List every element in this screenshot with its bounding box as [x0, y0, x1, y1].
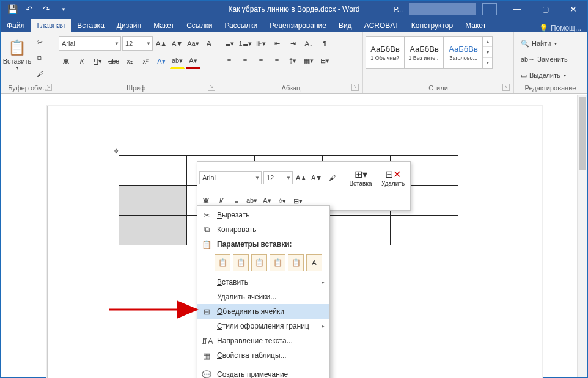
italic-button[interactable]: К — [75, 54, 89, 68]
find-button[interactable]: 🔍 Найти ▼ — [516, 36, 562, 51]
scissors-icon: ✂ — [201, 211, 212, 220]
tab-file[interactable]: Файл — [1, 19, 31, 32]
tab-review[interactable]: Рецензирование — [263, 19, 333, 32]
user-name[interactable]: Р... — [394, 5, 403, 13]
align-left-button[interactable]: ≡ — [222, 53, 237, 68]
highlight-button[interactable]: ab▾ — [170, 53, 185, 69]
style-no-spacing[interactable]: АаБбВв1 Без инте... — [405, 36, 444, 69]
ctx-border-styles[interactable]: Стили оформления границ▸ — [197, 319, 329, 333]
grow-font-button[interactable]: A▲ — [154, 36, 169, 51]
tab-insert[interactable]: Вставка — [71, 19, 111, 32]
format-painter-button[interactable]: 🖌 — [32, 67, 47, 81]
annotation-arrow — [106, 300, 204, 319]
mini-shrink-font[interactable]: A▼ — [310, 171, 323, 184]
replace-button[interactable]: ab→ Заменить — [516, 52, 572, 67]
ctx-merge-cells[interactable]: ⊟Объединить ячейки — [197, 304, 329, 319]
bullets-button[interactable]: ≣▾ — [222, 36, 237, 51]
change-case-button[interactable]: Aa▾ — [186, 36, 200, 51]
maximize-button[interactable]: ▢ — [531, 1, 559, 18]
align-center-button[interactable]: ≡ — [238, 53, 252, 68]
paragraph-launcher[interactable]: ↘ — [351, 84, 359, 91]
qat-customize[interactable]: ▼ — [56, 2, 72, 16]
ribbon-display-button[interactable] — [482, 3, 497, 15]
redo-button[interactable]: ↷ — [39, 2, 54, 16]
cut-button[interactable]: ✂ — [32, 35, 47, 49]
tab-references[interactable]: Ссылки — [180, 19, 218, 32]
ctx-table-properties[interactable]: ▦Свойства таблицы... — [197, 348, 329, 363]
ctx-text-direction[interactable]: ⇵AНаправление текста... — [197, 333, 329, 348]
line-spacing-button[interactable]: ‡▾ — [285, 53, 300, 68]
ctx-cut[interactable]: ✂Вырезать — [197, 208, 329, 222]
font-color-button[interactable]: A▾ — [186, 53, 200, 69]
decrease-indent-button[interactable]: ⇤ — [270, 36, 284, 51]
ctx-insert[interactable]: Вставить▸ — [197, 275, 329, 289]
paste-opt-2[interactable]: 📋 — [233, 254, 249, 271]
styles-gallery-nav[interactable]: ▲▼▾ — [483, 36, 493, 69]
window-controls: — ▢ ✕ — [503, 1, 587, 18]
merge-icon: ⊟ — [201, 307, 212, 316]
paste-opt-5[interactable]: 📋 — [288, 254, 304, 271]
close-button[interactable]: ✕ — [559, 1, 587, 18]
paste-opt-4[interactable]: 📋 — [270, 254, 285, 271]
clipboard-icon: 📋 — [8, 39, 26, 56]
paste-opt-1[interactable]: 📋 — [215, 254, 230, 271]
mini-size-combo[interactable]: 12▼ — [263, 171, 293, 184]
font-launcher[interactable]: ↘ — [208, 84, 215, 91]
clipboard-launcher[interactable]: ↘ — [45, 84, 52, 91]
style-heading1[interactable]: АаБбВвЗаголово... — [444, 36, 483, 69]
paste-button[interactable]: 📋 Вставить ▼ — [3, 34, 31, 75]
tell-me[interactable]: 💡 Помощ... — [539, 24, 587, 32]
tab-home[interactable]: Главная — [31, 19, 72, 32]
subscript-button[interactable]: x₂ — [122, 54, 137, 68]
tab-table-layout[interactable]: Макет — [459, 19, 492, 32]
paste-opt-6[interactable]: A — [306, 254, 322, 271]
align-right-button[interactable]: ≡ — [254, 53, 268, 68]
strike-button[interactable]: abc — [106, 54, 121, 68]
mini-font-combo[interactable]: Arial▼ — [199, 171, 262, 184]
vertical-scrollbar[interactable] — [577, 95, 587, 377]
paste-opt-3[interactable]: 📋 — [251, 254, 267, 271]
bold-button[interactable]: Ж — [59, 54, 73, 68]
undo-button[interactable]: ↶ — [21, 2, 37, 16]
group-clipboard: 📋 Вставить ▼ ✂ ⧉ 🖌 Буфер обм...↘ — [1, 32, 56, 93]
select-button[interactable]: ▭ Выделить ▼ — [516, 68, 571, 82]
minimize-button[interactable]: — — [503, 1, 531, 18]
tab-mailings[interactable]: Рассылки — [218, 19, 263, 32]
increase-indent-button[interactable]: ⇥ — [285, 36, 300, 51]
save-button[interactable]: 💾 — [4, 2, 20, 16]
ctx-copy[interactable]: ⧉Копировать — [197, 222, 329, 237]
tab-design[interactable]: Дизайн — [111, 19, 147, 32]
superscript-button[interactable]: x² — [138, 54, 153, 68]
show-marks-button[interactable]: ¶ — [317, 36, 332, 51]
borders-button[interactable]: ⊞▾ — [317, 53, 332, 68]
mini-grow-font[interactable]: A▲ — [295, 171, 308, 184]
shrink-font-button[interactable]: A▼ — [170, 36, 185, 51]
mini-delete-button[interactable]: ⊟✕Удалить — [378, 164, 408, 192]
font-size-combo[interactable]: 12▼ — [122, 36, 153, 51]
justify-button[interactable]: ≡ — [270, 53, 284, 68]
style-normal[interactable]: АаБбВв1 Обычный — [366, 36, 405, 69]
group-font: Arial▼ 12▼ A▲ A▼ Aa▾ A̶ Ж К Ч▾ abc x₂ x²… — [56, 32, 219, 93]
ctx-delete-cells[interactable]: Удалить ячейки... — [197, 289, 329, 304]
multilevel-button[interactable]: ⊪▾ — [254, 36, 268, 51]
shading-button[interactable]: ▦▾ — [301, 53, 316, 68]
mini-insert-button[interactable]: ⊞▾Вставка — [345, 164, 376, 192]
tab-layout[interactable]: Макет — [147, 19, 180, 32]
text-effects-button[interactable]: A▾ — [154, 54, 169, 68]
styles-launcher[interactable]: ↘ — [502, 84, 510, 91]
mini-format-painter[interactable]: 🖌 — [325, 171, 339, 184]
group-paragraph-label: Абзац↘ — [222, 83, 360, 93]
underline-button[interactable]: Ч▾ — [90, 54, 105, 68]
font-name-combo[interactable]: Arial▼ — [59, 36, 121, 51]
tab-table-design[interactable]: Конструктор — [405, 19, 459, 32]
sort-button[interactable]: A↓ — [301, 36, 316, 51]
group-font-label: Шрифт↘ — [59, 83, 216, 93]
ctx-new-comment[interactable]: 💬Создать примечание — [197, 367, 329, 378]
page[interactable]: ✥ Arial▼ 12▼ A▲ A▼ 🖌 ⊞▾Вставка ⊟✕Удалить — [47, 106, 542, 378]
user-avatar[interactable] — [409, 3, 476, 15]
tab-view[interactable]: Вид — [333, 19, 358, 32]
copy-button[interactable]: ⧉ — [32, 51, 47, 65]
tab-acrobat[interactable]: ACROBAT — [358, 19, 405, 32]
numbering-button[interactable]: 1≣▾ — [238, 36, 252, 51]
clear-format-button[interactable]: A̶ — [202, 36, 216, 51]
